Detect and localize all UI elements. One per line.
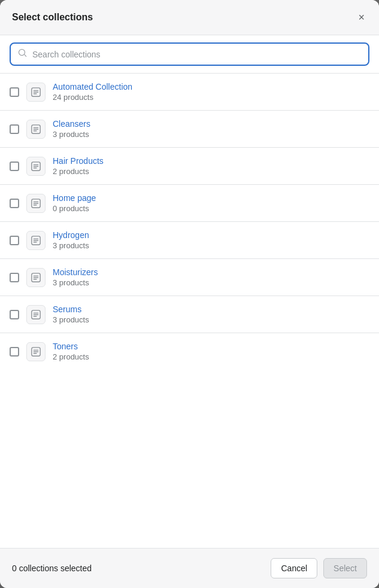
collections-list: Automated Collection 24 products Cleanse… — [0, 74, 379, 548]
collection-count: 2 products — [53, 167, 104, 176]
collection-icon — [26, 231, 46, 250]
search-icon — [18, 48, 28, 60]
list-item: Serums 3 products — [0, 296, 379, 333]
collection-info: Serums 3 products — [53, 304, 89, 324]
collection-icon — [26, 120, 46, 139]
collection-info: Hair Products 2 products — [53, 156, 104, 176]
collection-info: Cleansers 3 products — [53, 119, 90, 139]
modal-footer: 0 collections selected Cancel Select — [0, 548, 379, 588]
list-item: Moisturizers 3 products — [0, 259, 379, 296]
collection-checkbox-2[interactable] — [10, 162, 19, 171]
collection-count: 2 products — [53, 352, 89, 361]
collection-icon — [26, 157, 46, 176]
selected-count: 0 collections selected — [12, 563, 92, 573]
list-item: Automated Collection 24 products — [0, 74, 379, 111]
collection-count: 3 products — [53, 130, 90, 139]
collection-checkbox-7[interactable] — [10, 347, 19, 357]
collection-name: Cleansers — [53, 119, 90, 129]
collection-icon — [26, 342, 46, 361]
collection-count: 24 products — [53, 93, 132, 102]
collection-name: Hair Products — [53, 156, 104, 166]
footer-actions: Cancel Select — [271, 558, 367, 578]
collection-name: Hydrogen — [53, 230, 89, 240]
collection-checkbox-1[interactable] — [10, 124, 19, 134]
collection-count: 3 products — [53, 315, 89, 324]
collection-name: Serums — [53, 304, 89, 314]
collection-info: Toners 2 products — [53, 342, 89, 361]
cancel-button[interactable]: Cancel — [271, 558, 317, 578]
collection-icon — [26, 83, 46, 102]
collection-checkbox-4[interactable] — [10, 236, 19, 245]
collection-icon — [26, 268, 46, 287]
search-input[interactable] — [32, 50, 361, 59]
collection-checkbox-0[interactable] — [10, 87, 19, 97]
collection-count: 0 products — [53, 204, 96, 213]
collection-name: Toners — [53, 342, 89, 351]
close-button[interactable]: × — [356, 10, 367, 25]
collection-checkbox-5[interactable] — [10, 273, 19, 282]
list-item: Hair Products 2 products — [0, 148, 379, 185]
collection-count: 3 products — [53, 278, 98, 287]
modal-title: Select collections — [12, 12, 93, 23]
collection-icon — [26, 305, 46, 324]
collection-info: Moisturizers 3 products — [53, 267, 98, 287]
collection-name: Home page — [53, 193, 96, 203]
select-button[interactable]: Select — [323, 558, 367, 578]
collection-checkbox-3[interactable] — [10, 199, 19, 208]
list-item: Cleansers 3 products — [0, 111, 379, 148]
collection-info: Automated Collection 24 products — [53, 82, 132, 102]
list-item: Home page 0 products — [0, 185, 379, 222]
search-input-wrapper — [10, 42, 369, 66]
modal-header: Select collections × — [0, 0, 379, 35]
collection-count: 3 products — [53, 241, 89, 250]
select-collections-modal: Select collections × Automated Collec — [0, 0, 379, 588]
collection-icon — [26, 194, 46, 213]
collection-info: Home page 0 products — [53, 193, 96, 213]
list-item: Toners 2 products — [0, 333, 379, 370]
collection-info: Hydrogen 3 products — [53, 230, 89, 250]
search-container — [0, 35, 379, 74]
list-item: Hydrogen 3 products — [0, 222, 379, 259]
collection-name: Moisturizers — [53, 267, 98, 277]
collection-name: Automated Collection — [53, 82, 132, 92]
collection-checkbox-6[interactable] — [10, 310, 19, 319]
